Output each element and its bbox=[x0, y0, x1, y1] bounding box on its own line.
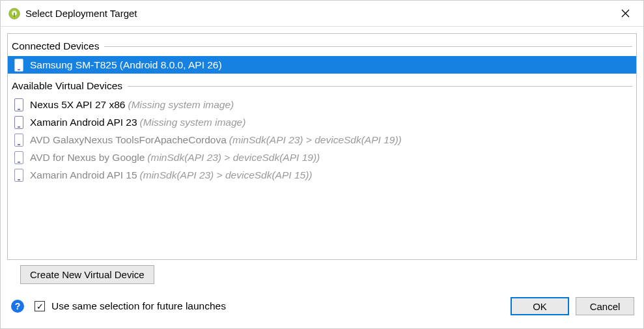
phone-icon bbox=[14, 98, 23, 111]
checkbox-label: Use same selection for future launches bbox=[51, 300, 226, 312]
divider bbox=[128, 86, 632, 87]
device-row[interactable]: AVD GalaxyNexus ToolsForApacheCordova (m… bbox=[8, 131, 636, 149]
close-icon[interactable] bbox=[615, 3, 636, 24]
device-panel: Connected Devices Samsung SM-T825 (Andro… bbox=[7, 33, 637, 260]
device-row[interactable]: Nexus 5X API 27 x86 (Missing system imag… bbox=[8, 96, 636, 113]
phone-icon bbox=[14, 134, 23, 147]
phone-icon bbox=[14, 169, 23, 182]
phone-icon bbox=[14, 116, 23, 129]
divider bbox=[104, 46, 632, 47]
device-note: (minSdk(API 23) > deviceSdk(API 19)) bbox=[147, 152, 320, 164]
create-new-virtual-device-button[interactable]: Create New Virtual Device bbox=[20, 265, 154, 284]
virtual-devices-list: Nexus 5X API 27 x86 (Missing system imag… bbox=[8, 96, 636, 184]
connected-devices-list: Samsung SM-T825 (Android 8.0.0, API 26) bbox=[8, 56, 636, 74]
use-same-selection-checkbox[interactable]: ✓ Use same selection for future launches bbox=[35, 300, 226, 312]
help-icon[interactable]: ? bbox=[11, 300, 24, 313]
ok-button[interactable]: OK bbox=[511, 297, 569, 315]
phone-icon bbox=[14, 151, 23, 164]
window-title: Select Deployment Target bbox=[25, 8, 615, 19]
device-name: Xamarin Android API 23 bbox=[30, 117, 137, 128]
available-devices-header: Available Virtual Devices bbox=[8, 80, 636, 96]
device-note: (minSdk(API 23) > deviceSdk(API 15)) bbox=[140, 169, 313, 181]
device-name: AVD GalaxyNexus ToolsForApacheCordova bbox=[30, 134, 227, 146]
device-row[interactable]: AVD for Nexus by Google (minSdk(API 23) … bbox=[8, 149, 636, 166]
device-note: (Missing system image) bbox=[128, 99, 234, 111]
svg-rect-2 bbox=[14, 12, 15, 16]
checkbox-box[interactable]: ✓ bbox=[35, 301, 45, 311]
device-note: (Missing system image) bbox=[140, 117, 246, 128]
device-row[interactable]: Samsung SM-T825 (Android 8.0.0, API 26) bbox=[8, 56, 636, 74]
device-name: AVD for Nexus by Google bbox=[30, 152, 145, 164]
device-note: (minSdk(API 23) > deviceSdk(API 19)) bbox=[229, 134, 402, 146]
device-name: Samsung SM-T825 (Android 8.0.0, API 26) bbox=[30, 59, 222, 71]
device-row[interactable]: Xamarin Android API 23 (Missing system i… bbox=[8, 113, 636, 131]
connected-devices-label: Connected Devices bbox=[12, 40, 99, 52]
connected-devices-header: Connected Devices bbox=[8, 40, 636, 56]
dialog-footer: ? ✓ Use same selection for future launch… bbox=[1, 288, 643, 315]
device-name: Xamarin Android API 15 bbox=[30, 169, 137, 181]
device-name: Nexus 5X API 27 x86 bbox=[30, 99, 125, 111]
phone-icon bbox=[14, 59, 23, 72]
titlebar: Select Deployment Target bbox=[1, 1, 643, 27]
android-studio-icon bbox=[8, 8, 20, 20]
cancel-button[interactable]: Cancel bbox=[576, 297, 634, 315]
available-devices-label: Available Virtual Devices bbox=[12, 80, 122, 92]
device-row[interactable]: Xamarin Android API 15 (minSdk(API 23) >… bbox=[8, 166, 636, 184]
